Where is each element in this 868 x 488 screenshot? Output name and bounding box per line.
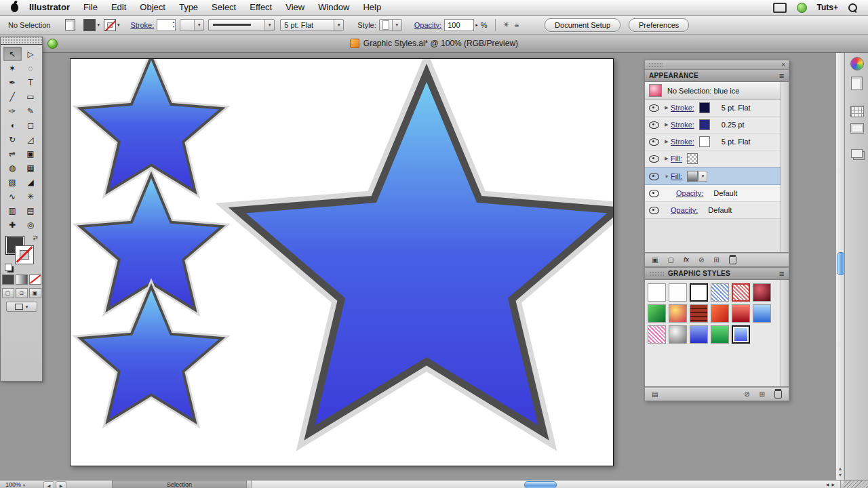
attribute-swatch[interactable] xyxy=(699,136,710,147)
disclosure-icon[interactable]: ▼ xyxy=(663,174,671,179)
menu-edit[interactable]: Edit xyxy=(104,0,133,15)
attribute-label[interactable]: Stroke: xyxy=(671,138,694,146)
appearance-row[interactable]: ▶Stroke:5 pt. Flat xyxy=(645,100,781,117)
opacity-label[interactable]: Opacity: xyxy=(414,21,441,29)
menu-illustrator[interactable]: Illustrator xyxy=(22,0,77,15)
apple-menu-icon[interactable] xyxy=(11,3,18,12)
menu-select[interactable]: Select xyxy=(205,0,243,15)
graphic-styles-scrollbar[interactable] xyxy=(781,280,789,386)
gradient-button[interactable] xyxy=(16,274,28,285)
graphic-style-scribble-blue[interactable] xyxy=(711,283,729,302)
menu-effect[interactable]: Effect xyxy=(243,0,279,15)
menu-file[interactable]: File xyxy=(77,0,104,15)
symbol-sprayer-tool[interactable]: ✳ xyxy=(22,189,40,203)
draw-inside-button[interactable]: ▣ xyxy=(29,288,41,298)
artboard-tool[interactable]: ▤ xyxy=(22,203,40,218)
screen-mode-button[interactable]: ▾ xyxy=(6,302,37,312)
new-style-icon[interactable]: ⊞ xyxy=(760,391,765,398)
disclosure-icon[interactable]: ▶ xyxy=(663,156,671,161)
disclosure-icon[interactable]: ▶ xyxy=(663,122,671,127)
panel-options-icon[interactable]: ≡ xyxy=(515,21,519,29)
graphic-style-multi-color[interactable] xyxy=(669,304,687,323)
stroke-color-swatch[interactable] xyxy=(15,245,34,264)
swatch-dropdown-icon[interactable]: ▾ xyxy=(698,171,707,182)
lasso-tool[interactable]: ◌ xyxy=(22,61,40,75)
graphic-style-scribble-red[interactable] xyxy=(732,283,750,302)
stroke-unit-dropdown[interactable]: ▾ xyxy=(180,19,204,31)
visibility-eye-icon[interactable] xyxy=(649,138,659,146)
visibility-eye-icon[interactable] xyxy=(649,104,659,112)
attribute-label[interactable]: Opacity: xyxy=(671,206,698,214)
stroke-dropdown-icon[interactable]: ▾ xyxy=(117,22,120,28)
clear-appearance-icon[interactable]: ⊘ xyxy=(698,257,704,264)
attribute-swatch[interactable] xyxy=(687,171,698,182)
brush-definition-dropdown[interactable]: 5 pt. Flat▾ xyxy=(280,19,344,31)
horizontal-scrollbar-arrows[interactable]: ◀▶ xyxy=(826,482,837,487)
swap-fill-stroke-icon[interactable]: ⇄ xyxy=(33,235,38,241)
line-segment-tool[interactable]: ╱ xyxy=(3,89,22,104)
delete-style-icon[interactable] xyxy=(774,390,782,399)
direct-selection-tool[interactable]: ▷ xyxy=(22,47,40,61)
color-guide-icon[interactable] xyxy=(850,57,864,70)
stroke-weight-stepper[interactable] xyxy=(157,19,176,31)
scroll-left-button[interactable]: ◀ xyxy=(43,481,54,488)
graphic-style-sphere-maroon[interactable] xyxy=(753,283,771,302)
tab-appearance[interactable]: APPEARANCE xyxy=(649,72,698,79)
horizontal-scrollbar[interactable]: ◀▶ xyxy=(251,481,841,488)
disclosure-icon[interactable]: ▶ xyxy=(663,105,671,110)
graphic-style-cube-green[interactable] xyxy=(648,304,666,323)
mesh-tool[interactable]: ▦ xyxy=(22,161,40,175)
menu-view[interactable]: View xyxy=(279,0,311,15)
artboards-icon[interactable] xyxy=(850,123,864,134)
horizontal-scrollbar-thumb[interactable] xyxy=(524,481,557,488)
appearance-row[interactable]: ▶Stroke:0.25 pt xyxy=(645,117,781,134)
eyedropper-tool[interactable]: ◢ xyxy=(22,175,40,189)
blend-tool[interactable]: ∿ xyxy=(3,189,22,203)
appearance-row[interactable]: Opacity:Default xyxy=(645,202,781,219)
star-small-3[interactable] xyxy=(83,290,219,419)
default-fill-stroke-icon[interactable] xyxy=(5,264,12,271)
appearance-scrollbar[interactable] xyxy=(781,82,789,252)
document-setup-button[interactable]: Document Setup xyxy=(545,18,620,32)
status-app-icon[interactable] xyxy=(797,3,807,13)
scroll-right-button[interactable]: ▶ xyxy=(56,481,66,488)
menu-type[interactable]: Type xyxy=(172,0,205,15)
styles-libraries-icon[interactable]: ▤ xyxy=(652,391,658,398)
visibility-eye-icon[interactable] xyxy=(649,121,659,129)
delete-item-icon[interactable] xyxy=(729,256,736,264)
document-info-icon[interactable] xyxy=(851,77,863,90)
stroke-swatch-control[interactable] xyxy=(104,19,116,31)
graphic-style-bold-outline[interactable] xyxy=(690,283,708,302)
spotlight-search-icon[interactable] xyxy=(848,3,857,12)
add-new-stroke-icon[interactable]: ▣ xyxy=(652,257,658,264)
layers-icon[interactable] xyxy=(851,149,863,158)
eraser-tool[interactable]: ◻ xyxy=(22,118,40,132)
selection-tool[interactable]: ↖ xyxy=(3,47,22,61)
panel-group-bar[interactable]: × xyxy=(644,60,789,69)
graphic-style-pattern-pink[interactable] xyxy=(648,325,666,344)
vertical-scrollbar[interactable]: ▲▼ xyxy=(835,52,845,480)
graphic-style-sphere-gray[interactable] xyxy=(669,325,687,344)
attribute-label[interactable]: Fill: xyxy=(671,155,682,163)
disclosure-icon[interactable]: ▶ xyxy=(663,139,671,144)
gradient-tool[interactable]: ▧ xyxy=(3,175,22,189)
attribute-label[interactable]: Stroke: xyxy=(671,121,694,129)
panel-grip-icon[interactable] xyxy=(648,62,663,67)
paintbrush-tool[interactable]: ✑ xyxy=(3,104,22,118)
blob-brush-tool[interactable]: ◖ xyxy=(3,118,22,132)
attribute-swatch[interactable] xyxy=(687,153,698,164)
graphic-style-gradient-blue[interactable] xyxy=(690,325,708,344)
attribute-label[interactable]: Stroke: xyxy=(671,104,694,112)
graphic-style-gradient-red[interactable] xyxy=(732,304,750,323)
appearance-selection-row[interactable]: No Selection: blue ice xyxy=(645,82,781,100)
appearance-icon[interactable] xyxy=(850,106,864,117)
menu-help[interactable]: Help xyxy=(356,0,388,15)
graphic-style-blue-ice[interactable] xyxy=(732,325,750,344)
fill-swatch-control[interactable] xyxy=(83,19,96,31)
zoom-control[interactable]: 100% ▾ xyxy=(5,481,25,488)
attribute-label[interactable]: Opacity: xyxy=(676,189,703,197)
star-large[interactable] xyxy=(246,82,608,426)
pencil-tool[interactable]: ✎ xyxy=(22,104,40,118)
opacity-input[interactable] xyxy=(444,19,474,31)
graphic-style-gradient-sky-blue[interactable] xyxy=(753,304,771,323)
